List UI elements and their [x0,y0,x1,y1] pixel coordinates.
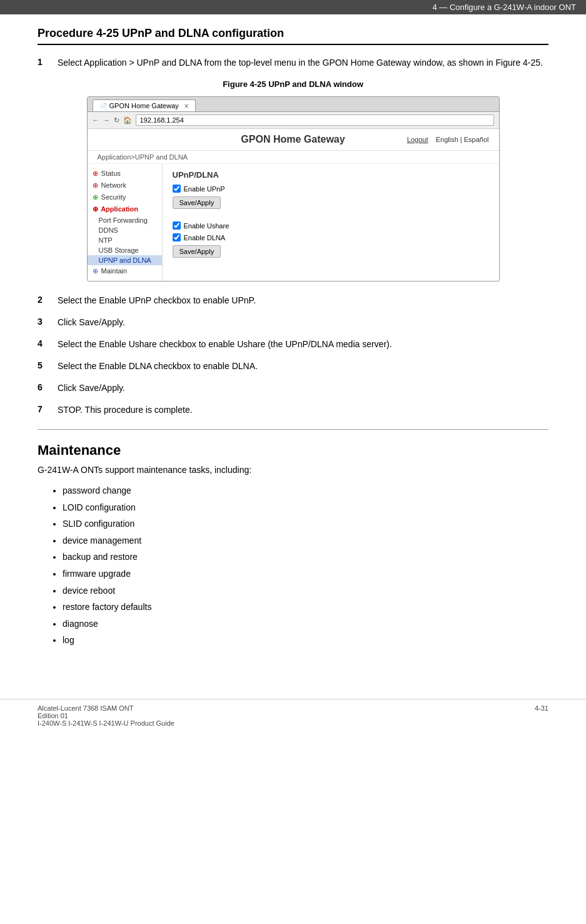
list-item: LOID configuration [63,499,548,516]
gateway-top-right: Logout English | Español [407,136,489,143]
sidebar-label-network: Network [101,181,126,189]
maintenance-list: password change LOID configuration SLID … [63,482,548,649]
nav-back-button[interactable]: ← [93,116,99,124]
step-4-num: 4 [38,338,58,348]
sidebar-subitem-upnp-dlna[interactable]: UPNP and DLNA [88,255,162,265]
enable-dlna-label: Enable DLNA [184,234,226,241]
enable-ushare-checkbox[interactable] [173,221,181,230]
sidebar-label-maintain: Maintain [101,267,128,275]
enable-ushare-label: Enable Ushare [184,222,230,230]
step-6: 6 Click Save/Apply. [38,382,548,395]
sidebar-subitem-ddns[interactable]: DDNS [88,225,162,235]
sidebar-label-status: Status [101,170,121,177]
nav-forward-button[interactable]: → [103,116,110,124]
step-7-text: STOP. This procedure is complete. [58,404,193,417]
sidebar-item-status[interactable]: ⊕ Status [88,168,162,180]
step-2-text: Select the Enable UPnP checkbox to enabl… [58,294,256,307]
footer-company: Alcatel-Lucent 7368 ISAM ONT [38,704,174,712]
browser-address-bar: ← → ↻ 🏠 [88,112,499,129]
gateway-title: GPON Home Gateway [241,134,345,145]
list-item: SLID configuration [63,515,548,532]
browser-tab-bar: 📄 GPON Home Gateway ✕ [88,97,499,112]
sidebar-item-network[interactable]: ⊕ Network [88,180,162,191]
enable-upnp-label: Enable UPnP [184,185,225,193]
sidebar-label-upnp-dlna: UPNP and DLNA [99,256,151,264]
step-2: 2 Select the Enable UPnP checkbox to ena… [38,294,548,307]
page-header: 4 — Configure a G-241W-A indoor ONT [0,0,586,14]
procedure-title: Procedure 4-25 UPnP and DLNA configurati… [38,27,548,45]
maintenance-section: Maintenance G-241W-A ONTs support mainte… [38,442,548,649]
maintenance-title: Maintenance [38,442,548,459]
step-3-num: 3 [38,316,58,327]
step-5-text: Select the Enable DLNA checkbox to enabl… [58,360,258,373]
enable-upnp-row: Enable UPnP [173,185,489,193]
nav-home-button: 🏠 [123,116,132,124]
step-7: 7 STOP. This procedure is complete. [38,404,548,417]
maintenance-intro: G-241W-A ONTs support maintenance tasks,… [38,465,548,475]
sidebar-item-security[interactable]: ⊕ Security [88,191,162,203]
enable-upnp-checkbox[interactable] [173,185,181,193]
sidebar-subitem-usb-storage[interactable]: USB Storage [88,245,162,255]
enable-ushare-row: Enable Ushare [173,221,489,230]
sidebar-subitem-port-forwarding[interactable]: Port Forwarding [88,215,162,225]
step-1-text: Select Application > UPnP and DLNA from … [58,56,543,69]
address-bar-input[interactable] [136,114,494,126]
security-bullet: ⊕ [93,193,98,201]
list-item: restore factory defaults [63,599,548,616]
list-item: diagnose [63,616,548,632]
footer-page-num: 4-31 [535,704,548,727]
sidebar-label-application: Application [101,205,138,213]
step-7-num: 7 [38,404,58,414]
sidebar-label-ntp: NTP [99,236,113,244]
browser-window: 📄 GPON Home Gateway ✕ ← → ↻ 🏠 GPON Home … [87,96,500,282]
step-5: 5 Select the Enable DLNA checkbox to ena… [38,360,548,373]
save-apply-button-2[interactable]: Save/Apply [173,245,221,258]
gateway-top-bar: GPON Home Gateway Logout English | Españ… [88,129,499,151]
step-5-num: 5 [38,360,58,370]
tab-label: GPON Home Gateway [109,102,179,109]
sidebar-label-ddns: DDNS [99,226,118,234]
footer-guide: I-240W-S I-241W-S I-241W-U Product Guide [38,719,174,727]
upnp-form-group: Enable UPnP Save/Apply [173,185,489,215]
maintain-bullet: ⊕ [93,267,98,275]
gateway-page: GPON Home Gateway Logout English | Españ… [88,129,499,281]
sidebar-label-port-forwarding: Port Forwarding [99,216,148,224]
sidebar-item-maintain[interactable]: ⊕ Maintain [88,265,162,277]
sidebar-item-application[interactable]: ⊕ Application [88,203,162,215]
step-6-text: Click Save/Apply. [58,382,125,395]
nav-reload-button[interactable]: ↻ [114,116,119,124]
step-2-num: 2 [38,294,58,305]
browser-tab[interactable]: 📄 GPON Home Gateway ✕ [93,99,196,111]
list-item: password change [63,482,548,499]
ushare-form-group: Enable Ushare Enable DLNA Save/Apply [173,221,489,264]
footer-left: Alcatel-Lucent 7368 ISAM ONT Edition 01 … [38,704,174,727]
network-bullet: ⊕ [93,181,98,189]
section-separator [38,429,548,430]
list-item: firmware upgrade [63,566,548,582]
sidebar-label-usb-storage: USB Storage [99,246,139,254]
enable-dlna-row: Enable DLNA [173,233,489,241]
gateway-breadcrumb: Application>UPNP and DLNA [88,151,499,164]
list-item: backup and restore [63,549,548,566]
enable-dlna-checkbox[interactable] [173,233,181,241]
sidebar-subitem-ntp[interactable]: NTP [88,235,162,245]
tab-page-icon: 📄 [99,103,107,109]
save-apply-button-1[interactable]: Save/Apply [173,196,221,209]
main-content: Procedure 4-25 UPnP and DLNA configurati… [0,14,586,674]
panel-title: UPnP/DLNA [173,170,489,180]
tab-close-icon[interactable]: ✕ [184,103,189,109]
step-6-num: 6 [38,382,58,392]
header-text: 4 — Configure a G-241W-A indoor ONT [432,3,576,12]
page-footer: Alcatel-Lucent 7368 ISAM ONT Edition 01 … [0,699,586,732]
list-item: device management [63,532,548,549]
list-item: device reboot [63,582,548,599]
step-4: 4 Select the Enable Ushare checkbox to e… [38,338,548,351]
logout-link[interactable]: Logout [407,136,428,143]
lang-selector[interactable]: English | Español [436,136,489,143]
status-bullet: ⊕ [93,170,98,177]
footer-edition: Edition 01 [38,712,174,719]
step-1: 1 Select Application > UPnP and DLNA fro… [38,56,548,69]
application-bullet: ⊕ [93,205,98,213]
step-1-num: 1 [38,56,58,67]
figure-caption: Figure 4-25 UPnP and DLNA window [38,79,548,89]
